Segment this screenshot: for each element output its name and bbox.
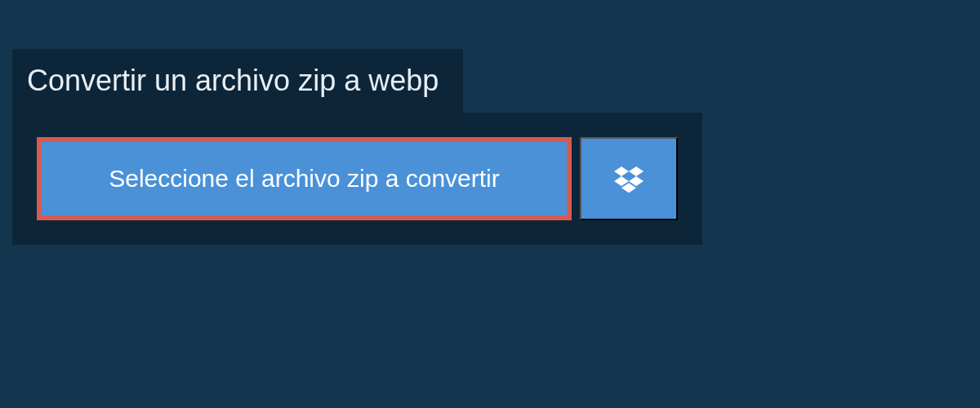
dropbox-icon: [614, 164, 644, 193]
converter-panel: Convertir un archivo zip a webp Seleccio…: [0, 0, 980, 245]
page-title: Convertir un archivo zip a webp: [27, 64, 439, 98]
title-bar: Convertir un archivo zip a webp: [12, 49, 463, 113]
select-file-button[interactable]: Seleccione el archivo zip a convertir: [37, 137, 572, 220]
upload-panel: Seleccione el archivo zip a convertir: [12, 113, 702, 245]
dropbox-upload-button[interactable]: [580, 137, 678, 220]
